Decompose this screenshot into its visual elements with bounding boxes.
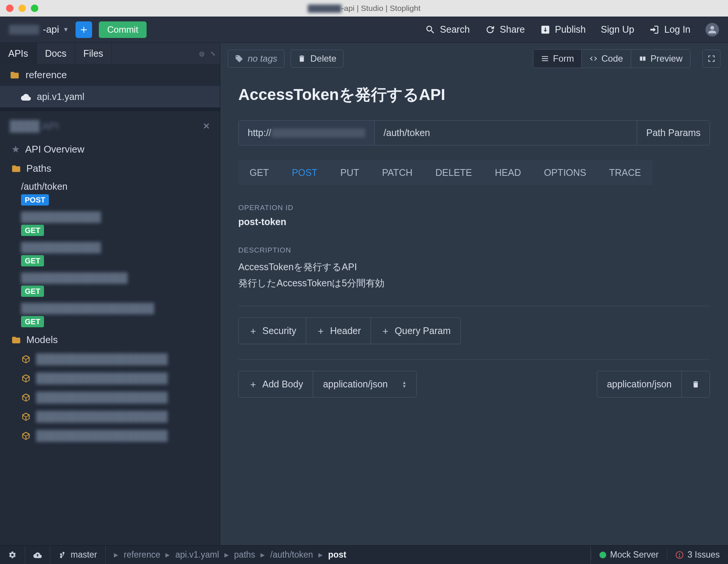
window-zoom-button[interactable]: [31, 5, 38, 12]
settings-button[interactable]: [0, 546, 25, 564]
sidebar-model-item[interactable]: ███████████████████: [0, 388, 220, 407]
breadcrumb-segment[interactable]: paths: [234, 550, 255, 560]
sidebar-path-item[interactable]: /auth/tokenPOST: [0, 178, 220, 209]
tab-docs[interactable]: Docs: [37, 43, 75, 64]
form-icon: [541, 54, 549, 63]
project-selector[interactable]: -api ▼: [9, 24, 69, 35]
cube-icon: [21, 393, 31, 402]
issues-indicator[interactable]: 3 Issues: [667, 550, 728, 560]
chevron-right-icon: ▸: [114, 550, 118, 560]
sidebar-model-item[interactable]: ███████████████████: [0, 349, 220, 369]
breadcrumb-segment[interactable]: api.v1.yaml: [175, 550, 219, 560]
window-close-button[interactable]: [6, 5, 14, 12]
code-icon: [589, 54, 598, 63]
cube-icon: [21, 354, 31, 364]
updown-icon: ▲▼: [402, 381, 407, 388]
body-mime-select[interactable]: application/json ▲▼: [313, 371, 416, 397]
response-mime-select[interactable]: application/json: [597, 371, 682, 397]
add-body-button[interactable]: ＋Add Body: [239, 371, 313, 397]
signup-button[interactable]: Sign Up: [601, 24, 634, 35]
avatar[interactable]: [705, 23, 719, 36]
file-api-yaml[interactable]: api.v1.yaml: [0, 86, 220, 107]
url-host[interactable]: http://: [239, 121, 375, 145]
plus-icon: ＋: [248, 378, 258, 390]
folder-reference[interactable]: reference: [0, 64, 220, 86]
method-tab-get[interactable]: GET: [238, 160, 280, 185]
push-button[interactable]: [25, 546, 50, 564]
method-tab-options[interactable]: OPTIONS: [533, 160, 598, 185]
method-tab-post[interactable]: POST: [280, 160, 329, 185]
breadcrumb-segment[interactable]: /auth/token: [270, 550, 313, 560]
path-params-button[interactable]: Path Params: [637, 121, 710, 145]
method-tab-trace[interactable]: TRACE: [598, 160, 653, 185]
method-badge: GET: [21, 286, 44, 297]
search-icon: [425, 24, 436, 35]
sidebar-model-item[interactable]: ███████████████████: [0, 369, 220, 388]
git-branch-icon: [59, 551, 67, 559]
expand-button[interactable]: [702, 50, 720, 68]
view-form[interactable]: Form: [533, 50, 582, 68]
window-minimize-button[interactable]: [18, 5, 26, 12]
login-button[interactable]: Log In: [649, 24, 690, 35]
method-badge: GET: [21, 316, 44, 327]
url-path-input[interactable]: /auth/token: [375, 121, 637, 145]
tab-files[interactable]: Files: [75, 43, 112, 64]
delete-button[interactable]: Delete: [291, 50, 344, 68]
breadcrumb-segment[interactable]: reference: [124, 550, 160, 560]
sidebar-model-item[interactable]: ███████████████████: [0, 407, 220, 426]
publish-icon: [540, 24, 551, 35]
api-section-header: ████ API ✕: [0, 111, 220, 140]
mock-server-indicator[interactable]: Mock Server: [591, 550, 667, 560]
method-tab-put[interactable]: PUT: [329, 160, 371, 185]
url-row: http:// /auth/token Path Params: [238, 120, 710, 145]
method-tab-delete[interactable]: DELETE: [424, 160, 484, 185]
sidebar-model-item[interactable]: ███████████████████: [0, 426, 220, 445]
chevron-right-icon: ▸: [318, 550, 323, 560]
tags-button[interactable]: no tags: [228, 50, 285, 68]
add-button[interactable]: ＋: [76, 21, 92, 38]
chevron-right-icon: ▸: [260, 550, 265, 560]
publish-button[interactable]: Publish: [540, 24, 586, 35]
cloud-icon: [21, 92, 31, 102]
collapse-icon[interactable]: ⤡: [210, 50, 215, 57]
method-tab-patch[interactable]: PATCH: [371, 160, 424, 185]
tab-apis[interactable]: APIs: [0, 43, 37, 64]
add-header-button[interactable]: ＋Header: [306, 318, 371, 344]
breadcrumb-segment[interactable]: post: [328, 550, 347, 560]
folder-open-icon: [10, 70, 20, 80]
sidebar: APIs Docs Files ◎ ⤡ reference api.v1.yam…: [0, 43, 220, 545]
close-icon[interactable]: ✕: [203, 121, 210, 132]
delete-body-button[interactable]: [682, 371, 710, 397]
sidebar-item-models[interactable]: Models: [0, 330, 220, 349]
method-tab-head[interactable]: HEAD: [484, 160, 533, 185]
trash-icon: [298, 54, 306, 63]
target-icon[interactable]: ◎: [199, 50, 204, 57]
plus-icon: ＋: [248, 325, 258, 337]
sidebar-path-item[interactable]: ████████████GET: [0, 209, 220, 239]
cube-icon: [21, 373, 31, 383]
status-dot-icon: [599, 552, 606, 558]
folder-open-icon: [11, 164, 21, 174]
status-bar: master ▸reference▸api.v1.yaml▸paths▸/aut…: [0, 545, 728, 564]
view-preview[interactable]: Preview: [631, 50, 690, 68]
trash-icon: [692, 380, 700, 389]
commit-button[interactable]: Commit: [99, 21, 147, 38]
share-button[interactable]: Share: [485, 24, 525, 35]
branch-indicator[interactable]: master: [50, 546, 106, 564]
sidebar-item-paths[interactable]: Paths: [0, 159, 220, 178]
breadcrumb[interactable]: ▸reference▸api.v1.yaml▸paths▸/auth/token…: [106, 546, 591, 564]
sidebar-path-item[interactable]: ████████████GET: [0, 239, 220, 269]
sidebar-path-item[interactable]: ████████████████GET: [0, 269, 220, 300]
app-header: -api ▼ ＋ Commit Search Share Publish Sig…: [0, 17, 728, 43]
search-button[interactable]: Search: [425, 24, 470, 35]
sidebar-path-item[interactable]: ████████████████████GET: [0, 300, 220, 330]
view-code[interactable]: Code: [582, 50, 631, 68]
gear-icon: [8, 551, 17, 559]
sidebar-item-api-overview[interactable]: ★ API Overview: [0, 140, 220, 159]
login-icon: [649, 24, 660, 35]
add-security-button[interactable]: ＋Security: [239, 318, 306, 344]
add-query-param-button[interactable]: ＋Query Param: [371, 318, 460, 344]
cube-icon: [21, 431, 31, 441]
user-icon: [708, 25, 717, 34]
folder-open-icon: [11, 335, 21, 345]
